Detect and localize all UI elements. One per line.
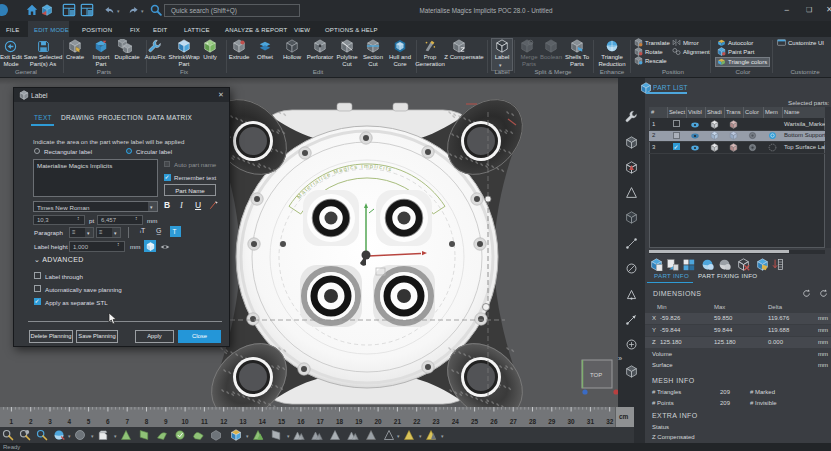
svg-text:8: 8 xyxy=(145,418,149,425)
svg-text:31: 31 xyxy=(587,418,595,425)
svg-text:1: 1 xyxy=(10,418,14,425)
svg-text:TOP: TOP xyxy=(590,372,602,378)
svg-text:30: 30 xyxy=(568,418,576,425)
svg-text:11: 11 xyxy=(201,418,208,425)
svg-text:5: 5 xyxy=(87,418,91,425)
svg-text:18: 18 xyxy=(336,418,344,425)
svg-text:23: 23 xyxy=(432,418,440,425)
svg-text:10: 10 xyxy=(182,418,190,425)
svg-text:16: 16 xyxy=(297,418,305,425)
svg-text:6: 6 xyxy=(106,418,110,425)
svg-text:21: 21 xyxy=(394,418,402,425)
svg-text:14: 14 xyxy=(259,418,267,425)
svg-text:27: 27 xyxy=(510,418,518,425)
svg-text:19: 19 xyxy=(355,418,363,425)
svg-text:32: 32 xyxy=(606,418,614,425)
svg-text:20: 20 xyxy=(375,418,383,425)
svg-text:29: 29 xyxy=(548,418,556,425)
svg-text:28: 28 xyxy=(529,418,537,425)
svg-text:25: 25 xyxy=(471,418,479,425)
svg-text:12: 12 xyxy=(220,418,228,425)
svg-text:3: 3 xyxy=(48,418,52,425)
svg-text:13: 13 xyxy=(239,418,247,425)
svg-text:9: 9 xyxy=(164,418,168,425)
svg-text:2: 2 xyxy=(29,418,33,425)
svg-text:15: 15 xyxy=(278,418,286,425)
svg-text:26: 26 xyxy=(490,418,498,425)
svg-text:4: 4 xyxy=(68,418,72,425)
svg-text:17: 17 xyxy=(317,418,325,425)
svg-text:7: 7 xyxy=(125,418,129,425)
svg-text:24: 24 xyxy=(452,418,460,425)
svg-text:22: 22 xyxy=(413,418,421,425)
